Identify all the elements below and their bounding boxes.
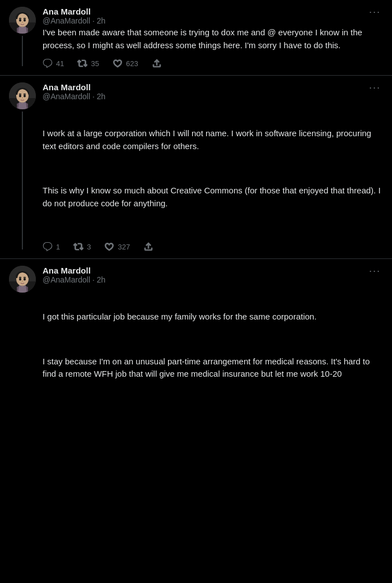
display-name-3: Ana Mardoll — [43, 266, 105, 275]
tweet-body-2: Ana Mardoll @AnaMardoll · 2h ··· I work … — [43, 82, 383, 252]
tweet-3: Ana Mardoll @AnaMardoll · 2h ··· I got t… — [0, 259, 392, 419]
share-button-2[interactable] — [143, 242, 153, 252]
like-icon-1 — [113, 58, 123, 68]
tweet-actions-1: 41 35 623 — [43, 58, 383, 68]
handle-time-3: @AnaMardoll · 2h — [43, 275, 105, 284]
retweet-icon-2 — [73, 242, 83, 252]
tweet-text-1: I've been made aware that someone is try… — [43, 26, 383, 52]
display-name-2: Ana Mardoll — [43, 82, 105, 92]
reply-icon-2 — [43, 242, 53, 252]
retweet-count-2: 3 — [87, 243, 91, 251]
like-button-2[interactable]: 327 — [104, 242, 130, 252]
avatar[interactable] — [9, 7, 36, 34]
tweet-text-3: I got this particular job because my fam… — [43, 285, 383, 406]
user-info-2: Ana Mardoll @AnaMardoll · 2h — [43, 82, 105, 101]
retweet-button-1[interactable]: 35 — [77, 58, 99, 68]
tweet-header-1: Ana Mardoll @AnaMardoll · 2h ··· — [43, 7, 383, 25]
avatar-2[interactable] — [9, 82, 36, 109]
like-icon-2 — [104, 242, 114, 252]
handle-time-1: @AnaMardoll · 2h — [43, 16, 105, 25]
tweet-body-3: Ana Mardoll @AnaMardoll · 2h ··· I got t… — [43, 266, 383, 413]
svg-point-4 — [19, 19, 21, 22]
reply-count-1: 41 — [56, 59, 64, 68]
svg-point-17 — [24, 278, 26, 281]
user-info-3: Ana Mardoll @AnaMardoll · 2h — [43, 266, 105, 284]
svg-point-10 — [19, 95, 21, 98]
reply-count-2: 1 — [56, 243, 60, 251]
share-icon-1 — [152, 58, 162, 68]
tweet-1: Ana Mardoll @AnaMardoll · 2h ··· I've be… — [0, 0, 392, 76]
retweet-count-1: 35 — [91, 59, 99, 68]
tweet-actions-2: 1 3 327 — [43, 242, 383, 252]
reply-icon-1 — [43, 58, 53, 68]
like-count-1: 623 — [126, 59, 138, 68]
like-button-1[interactable]: 623 — [113, 58, 138, 68]
like-count-2: 327 — [118, 243, 130, 251]
tweet-header-2: Ana Mardoll @AnaMardoll · 2h ··· — [43, 82, 383, 101]
more-options-button-2[interactable]: ··· — [367, 82, 383, 92]
tweet-text-2: I work at a large corporation which I wi… — [43, 102, 383, 235]
user-info-1: Ana Mardoll @AnaMardoll · 2h — [43, 7, 105, 25]
handle-time-2: @AnaMardoll · 2h — [43, 92, 105, 101]
svg-point-11 — [24, 95, 26, 98]
reply-button-1[interactable]: 41 — [43, 58, 64, 68]
more-options-button-1[interactable]: ··· — [367, 7, 383, 17]
retweet-button-2[interactable]: 3 — [73, 242, 91, 252]
svg-point-5 — [24, 19, 26, 22]
more-options-button-3[interactable]: ··· — [367, 266, 383, 276]
reply-button-2[interactable]: 1 — [43, 242, 60, 252]
svg-point-16 — [19, 278, 21, 281]
display-name-1: Ana Mardoll — [43, 7, 105, 16]
avatar-3[interactable] — [9, 266, 36, 293]
retweet-icon-1 — [77, 58, 87, 68]
share-button-1[interactable] — [152, 58, 162, 68]
tweet-body-1: Ana Mardoll @AnaMardoll · 2h ··· I've be… — [43, 7, 383, 68]
share-icon-2 — [143, 242, 153, 252]
tweet-header-3: Ana Mardoll @AnaMardoll · 2h ··· — [43, 266, 383, 284]
tweet-2: Ana Mardoll @AnaMardoll · 2h ··· I work … — [0, 76, 392, 259]
